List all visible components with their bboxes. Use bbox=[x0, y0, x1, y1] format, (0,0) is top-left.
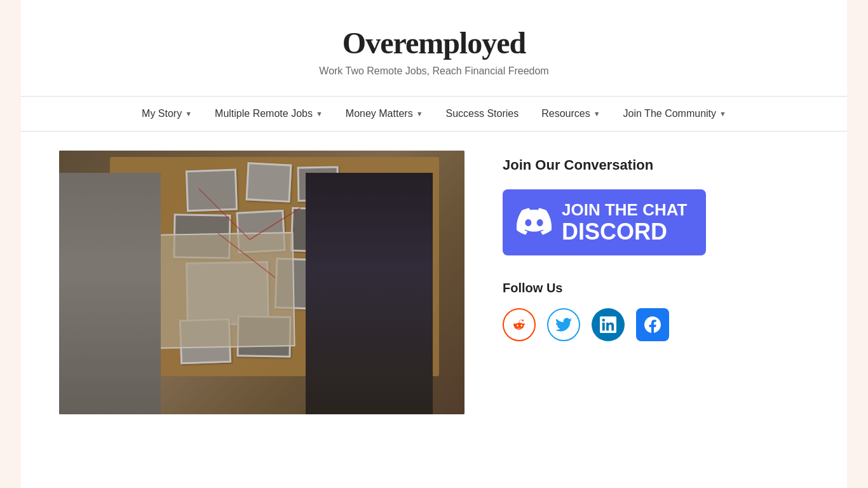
conversation-heading: Join Our Conversation bbox=[503, 157, 809, 173]
main-content: Join Our Conversation JOIN THE CHAT DISC… bbox=[21, 132, 847, 433]
nav-link-join-community[interactable]: Join The Community ▼ bbox=[612, 97, 738, 131]
chevron-down-icon: ▼ bbox=[593, 110, 600, 118]
site-title: Overemployed bbox=[34, 25, 834, 60]
image-overlay bbox=[59, 151, 465, 414]
twitter-icon[interactable] bbox=[547, 308, 580, 341]
nav-link-success-stories[interactable]: Success Stories bbox=[435, 97, 531, 131]
linkedin-icon[interactable] bbox=[592, 308, 625, 341]
nav-link-my-story[interactable]: My Story ▼ bbox=[130, 97, 203, 131]
nav-link-money-matters[interactable]: Money Matters ▼ bbox=[334, 97, 435, 131]
site-header: Overemployed Work Two Remote Jobs, Reach… bbox=[21, 0, 847, 96]
conversation-section: Join Our Conversation JOIN THE CHAT DISC… bbox=[503, 157, 809, 255]
discord-banner-text: JOIN THE CHAT DISCORD bbox=[562, 201, 687, 244]
discord-icon bbox=[517, 204, 552, 241]
hero-image bbox=[59, 151, 465, 414]
nav-item-my-story[interactable]: My Story ▼ bbox=[130, 97, 203, 131]
social-icons bbox=[503, 308, 809, 341]
chevron-down-icon: ▼ bbox=[185, 110, 192, 118]
facebook-icon[interactable] bbox=[636, 308, 669, 341]
nav-item-join-community[interactable]: Join The Community ▼ bbox=[612, 97, 738, 131]
nav-item-multiple-remote-jobs[interactable]: Multiple Remote Jobs ▼ bbox=[203, 97, 334, 131]
reddit-icon[interactable] bbox=[503, 308, 536, 341]
chevron-down-icon: ▼ bbox=[316, 110, 323, 118]
nav-item-resources[interactable]: Resources ▼ bbox=[530, 97, 611, 131]
main-nav: My Story ▼ Multiple Remote Jobs ▼ Money … bbox=[21, 96, 847, 132]
chevron-down-icon: ▼ bbox=[416, 110, 423, 118]
follow-section: Follow Us bbox=[503, 281, 809, 341]
hero-image-container bbox=[59, 151, 465, 414]
nav-item-money-matters[interactable]: Money Matters ▼ bbox=[334, 97, 435, 131]
chevron-down-icon: ▼ bbox=[719, 110, 726, 118]
nav-link-resources[interactable]: Resources ▼ bbox=[530, 97, 611, 131]
nav-link-multiple-remote-jobs[interactable]: Multiple Remote Jobs ▼ bbox=[203, 97, 334, 131]
follow-heading: Follow Us bbox=[503, 281, 809, 295]
site-tagline: Work Two Remote Jobs, Reach Financial Fr… bbox=[34, 65, 834, 77]
discord-logo-icon bbox=[517, 204, 552, 239]
nav-item-success-stories[interactable]: Success Stories bbox=[435, 97, 531, 131]
sidebar: Join Our Conversation JOIN THE CHAT DISC… bbox=[503, 151, 809, 414]
discord-banner[interactable]: JOIN THE CHAT DISCORD bbox=[503, 189, 706, 255]
